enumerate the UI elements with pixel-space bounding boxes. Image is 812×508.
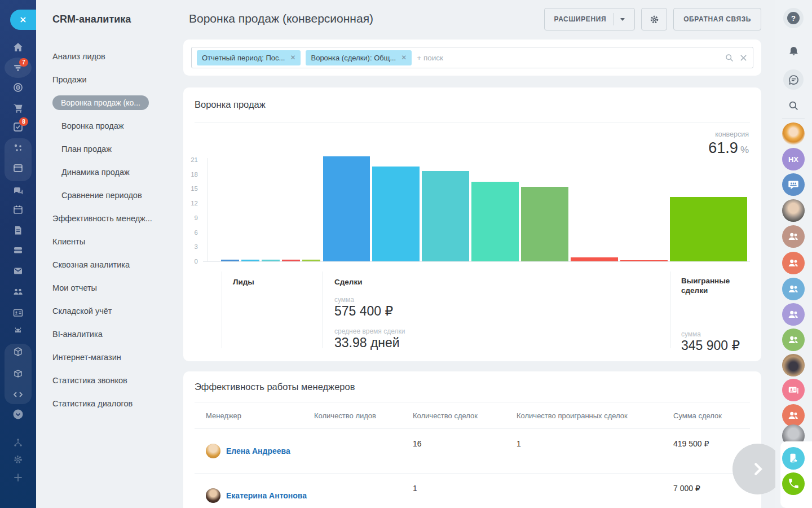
- funnel-bar-9[interactable]: [521, 187, 568, 261]
- chat-avatar-8[interactable]: [782, 329, 805, 351]
- menu-item-9[interactable]: Сквозная аналитика: [52, 253, 182, 276]
- chat-avatar-5[interactable]: [782, 252, 805, 274]
- funnel-bar-0[interactable]: [221, 260, 239, 261]
- chat-avatar-10[interactable]: [782, 379, 805, 401]
- chat-avatar-initials[interactable]: НХ: [782, 148, 805, 170]
- menu-item-14[interactable]: Статистика звонков: [52, 369, 182, 392]
- robot-icon[interactable]: [12, 325, 24, 336]
- feedback-button[interactable]: ОБРАТНАЯ СВЯЗЬ: [673, 8, 761, 30]
- conversion-label: конверсия: [708, 130, 749, 138]
- menu-item-4[interactable]: План продаж: [61, 137, 182, 160]
- chat-avatar-7[interactable]: [782, 303, 805, 326]
- chat-avatar-0[interactable]: [782, 122, 805, 145]
- legend-divider: [222, 271, 222, 348]
- collapse-icon[interactable]: [12, 409, 24, 420]
- funnel-bar-1[interactable]: [241, 260, 259, 261]
- menu-item-6[interactable]: Сравнение периодов: [61, 183, 182, 207]
- table-body: Елена Андреева161419 500 ₽Екатерина Анто…: [195, 429, 750, 508]
- search-icon: [788, 100, 800, 112]
- search-input[interactable]: Отчетный период: Пос... ✕ Воронка (сделк…: [191, 47, 753, 68]
- menu-item-1[interactable]: Продажи: [52, 68, 182, 91]
- funnel-bar-7[interactable]: [422, 171, 469, 261]
- filter-chip-period[interactable]: Отчетный период: Пос... ✕: [197, 50, 301, 65]
- funnel-bar-11[interactable]: [620, 260, 668, 261]
- funnel-bar-6[interactable]: [372, 167, 420, 261]
- extensions-button[interactable]: РАСШИРЕНИЯ: [544, 8, 636, 30]
- funnel-bar-2[interactable]: [262, 260, 280, 261]
- funnel-bar-5[interactable]: [323, 156, 370, 261]
- network-icon[interactable]: [12, 437, 24, 448]
- help-button[interactable]: ?: [783, 8, 804, 28]
- funnel-bar-4[interactable]: [302, 260, 320, 261]
- legend-divider: [670, 271, 670, 348]
- menu-item-8[interactable]: Клиенты: [52, 230, 182, 253]
- menu-item-5[interactable]: Динамика продаж: [61, 160, 182, 183]
- chat-avatar-3[interactable]: [782, 199, 805, 222]
- menu-item-12[interactable]: BI-аналитика: [52, 322, 182, 345]
- search-sidebar-button[interactable]: [783, 95, 804, 116]
- settings-button[interactable]: [641, 8, 667, 30]
- chat-avatar-11[interactable]: [782, 404, 805, 427]
- menu-item-11[interactable]: Складской учёт: [52, 299, 182, 322]
- chat-avatar-6[interactable]: [782, 278, 805, 300]
- call-button[interactable]: [782, 472, 805, 495]
- search-placeholder: + поиск: [417, 54, 443, 62]
- legend-won: Выигранные сделки сумма 345 900 ₽: [681, 276, 749, 353]
- people-icon[interactable]: [12, 286, 24, 297]
- manager-link[interactable]: Екатерина Антонова: [226, 491, 307, 500]
- menu-item-2[interactable]: Воронка продаж (ко...: [52, 91, 182, 114]
- calendar-icon[interactable]: [12, 204, 24, 215]
- notifications-button[interactable]: [783, 40, 804, 60]
- y-tick: 9: [183, 214, 203, 221]
- funnel-bar-3[interactable]: [282, 260, 300, 261]
- drive-icon[interactable]: [12, 244, 24, 256]
- table-cell: [314, 474, 413, 508]
- menu-item-13[interactable]: Интернет-магазин: [52, 345, 182, 369]
- chip-remove-icon[interactable]: ✕: [401, 54, 407, 62]
- menu-item-10[interactable]: Мои отчеты: [52, 276, 182, 299]
- dialogs-button[interactable]: [783, 69, 804, 90]
- conversion-value: 61.9: [708, 139, 738, 157]
- mail-icon[interactable]: [12, 265, 24, 277]
- search-icon[interactable]: [725, 53, 734, 63]
- close-panel-button[interactable]: [10, 10, 36, 30]
- funnel-bar-12[interactable]: [670, 197, 747, 261]
- add-icon[interactable]: [12, 472, 24, 483]
- cart-icon[interactable]: [12, 102, 24, 113]
- chevron-down-icon[interactable]: [620, 18, 625, 21]
- table-row-1: Екатерина Антонова17 000 ₽: [195, 474, 750, 508]
- chat-avatar-9[interactable]: [782, 354, 805, 376]
- funnel-bar-8[interactable]: [471, 182, 519, 261]
- funnel-bar-10[interactable]: [571, 257, 618, 261]
- molecule-icon[interactable]: [12, 142, 24, 154]
- col-manager: Менеджер: [195, 411, 314, 420]
- home-icon[interactable]: [12, 42, 24, 53]
- manager-link[interactable]: Елена Андреева: [226, 446, 290, 456]
- col-leads: Количество лидов: [314, 411, 413, 420]
- crm-funnel-icon[interactable]: 7: [12, 62, 24, 73]
- menu-item-3[interactable]: Воронка продаж: [61, 114, 182, 137]
- document-icon[interactable]: [12, 225, 24, 236]
- conversion-block: конверсия 61.9%: [708, 130, 749, 157]
- chat-avatar-4[interactable]: [782, 225, 805, 248]
- chip-remove-icon[interactable]: ✕: [290, 54, 295, 62]
- cube-icon[interactable]: [12, 346, 24, 357]
- connect-device-button[interactable]: [782, 447, 805, 470]
- menu-item-15[interactable]: Статистика диалогов: [52, 392, 182, 415]
- chat-avatar-2[interactable]: [782, 173, 805, 196]
- clear-search-icon[interactable]: [740, 54, 747, 62]
- window-icon[interactable]: [12, 163, 24, 174]
- menu-item-7[interactable]: Эффективность менедж...: [52, 207, 182, 230]
- y-axis: [208, 158, 208, 261]
- chevron-right-icon: [749, 461, 766, 478]
- code-icon[interactable]: [12, 389, 24, 400]
- tasks-icon[interactable]: 8: [12, 121, 24, 133]
- target-icon[interactable]: [12, 82, 24, 93]
- extensions-label: РАСШИРЕНИЯ: [554, 15, 607, 23]
- menu-item-0[interactable]: Анализ лидов: [52, 45, 182, 68]
- filter-chip-funnel[interactable]: Воронка (сделки): Общ... ✕: [306, 50, 412, 65]
- contact-card-icon[interactable]: [12, 307, 24, 318]
- chat-icon[interactable]: [12, 185, 24, 196]
- settings-icon[interactable]: [12, 454, 24, 465]
- box-icon[interactable]: [12, 368, 24, 379]
